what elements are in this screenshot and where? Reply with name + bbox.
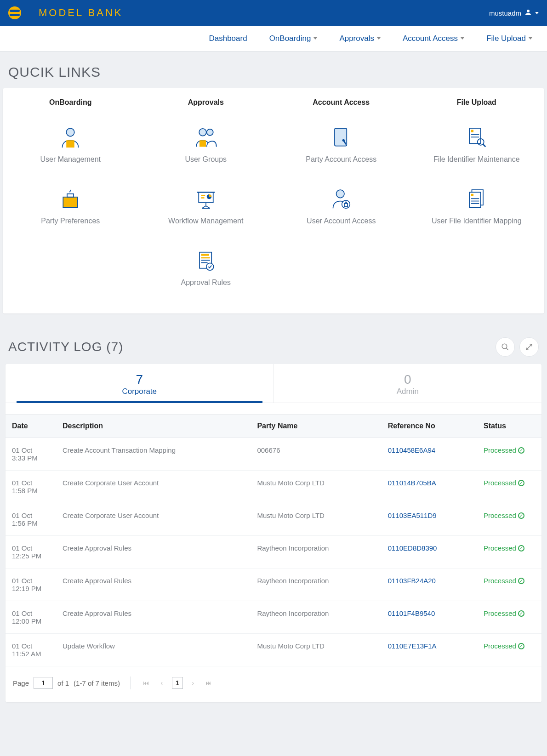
search-button[interactable]: [496, 337, 515, 357]
quick-links-title: QUCIK LINKS: [0, 51, 547, 88]
col-status: Status: [477, 415, 541, 438]
svg-point-6: [342, 139, 345, 142]
page-next-button[interactable]: ›: [188, 677, 199, 689]
ql-label: Workflow Management: [138, 217, 274, 225]
cell-reference-no[interactable]: 01103EA511D9: [382, 503, 477, 536]
svg-point-38: [206, 263, 214, 270]
check-circle-icon: [518, 578, 524, 584]
tab-admin[interactable]: 0 Admin: [274, 364, 542, 403]
page-prev-button[interactable]: ‹: [156, 677, 167, 689]
nav-file-upload[interactable]: File Upload: [486, 34, 532, 43]
svg-point-0: [67, 128, 75, 136]
cell-reference-no[interactable]: 01103FB24A20: [382, 568, 477, 601]
people-icon: [138, 124, 274, 152]
table-row: 01 Oct12:00 PMCreate Approval RulesRayth…: [6, 601, 541, 634]
top-bar: MODEL BANK mustuadm: [0, 0, 547, 26]
ql-file-identifier-maintenance[interactable]: File Identifier Maintenance: [409, 116, 545, 177]
tablet-touch-icon: [274, 124, 409, 152]
table-row: 01 Oct12:19 PMCreate Approval RulesRayth…: [6, 568, 541, 601]
nav-onboarding[interactable]: OnBoarding: [269, 34, 318, 43]
cell-description: Create Approval Rules: [56, 536, 251, 568]
ql-party-preferences[interactable]: Party Preferences: [3, 177, 138, 239]
chevron-down-icon: [535, 12, 539, 14]
nav-account-access[interactable]: Account Access: [403, 34, 464, 43]
user-menu[interactable]: mustuadm: [489, 8, 539, 18]
svg-line-12: [483, 144, 485, 147]
svg-point-2: [199, 129, 206, 136]
svg-rect-8: [471, 130, 473, 132]
nav-dashboard[interactable]: Dashboard: [209, 34, 247, 43]
cell-description: Create Approval Rules: [56, 568, 251, 601]
ql-label: Party Account Access: [274, 155, 409, 164]
nav-approvals[interactable]: Approvals: [339, 34, 381, 43]
cell-status: Processed: [477, 438, 541, 471]
documents-icon: [409, 186, 545, 213]
svg-line-40: [506, 348, 508, 350]
cell-description: Create Account Transaction Mapping: [56, 438, 251, 471]
svg-point-24: [336, 190, 345, 198]
ql-party-account-access[interactable]: Party Account Access: [274, 116, 409, 177]
ql-user-groups[interactable]: User Groups: [138, 116, 274, 177]
ql-head-account-access: Account Access: [274, 97, 409, 116]
ql-user-account-access[interactable]: User Account Access: [274, 177, 409, 239]
table-row: 01 Oct11:52 AMUpdate WorkflowMustu Moto …: [6, 634, 541, 666]
pagination: Page of 1 (1-7 of 7 items) ⏮ ‹ 1 › ⏭: [6, 666, 541, 702]
nav-label: File Upload: [486, 34, 526, 43]
search-icon: [501, 343, 509, 351]
ql-label: Party Preferences: [3, 217, 138, 225]
nav-label: OnBoarding: [269, 34, 311, 43]
cell-status: Processed: [477, 536, 541, 568]
ql-label: User File Identifier Mapping: [409, 217, 545, 225]
document-check-icon: [138, 247, 274, 275]
cell-status: Processed: [477, 568, 541, 601]
username-label: mustuadm: [489, 9, 521, 17]
ql-user-file-identifier-mapping[interactable]: User File Identifier Mapping: [409, 177, 545, 239]
tab-label: Admin: [274, 387, 542, 396]
page-of-label: of 1: [57, 679, 69, 687]
cell-party-name: 006676: [251, 438, 381, 471]
ql-head-onboarding: OnBoarding: [3, 97, 138, 116]
cell-party-name: Raytheon Incorporation: [251, 601, 381, 634]
page-input[interactable]: [34, 677, 53, 689]
page-first-button[interactable]: ⏮: [141, 677, 152, 689]
cell-reference-no[interactable]: 01101F4B9540: [382, 601, 477, 634]
cell-date: 01 Oct1:58 PM: [6, 471, 56, 503]
cell-reference-no[interactable]: 0110ED8D8390: [382, 536, 477, 568]
ql-approval-rules[interactable]: Approval Rules: [138, 239, 274, 301]
ql-workflow-management[interactable]: Workflow Management: [138, 177, 274, 239]
svg-rect-29: [471, 194, 473, 196]
cell-reference-no[interactable]: 0110E7E13F1A: [382, 634, 477, 666]
nav-label: Account Access: [403, 34, 458, 43]
person-icon: [3, 124, 138, 152]
chevron-down-icon: [313, 37, 317, 40]
col-description: Description: [56, 415, 251, 438]
cell-status: Processed: [477, 601, 541, 634]
page-last-button[interactable]: ⏭: [203, 677, 214, 689]
cell-date: 01 Oct12:19 PM: [6, 568, 56, 601]
svg-rect-4: [199, 140, 206, 147]
ql-head-approvals: Approvals: [138, 97, 274, 116]
person-lock-icon: [274, 186, 409, 213]
pagination-separator: [130, 676, 131, 689]
activity-tabs: 7 Corporate 0 Admin: [6, 364, 541, 403]
page-number-button[interactable]: 1: [172, 677, 183, 689]
cell-date: 01 Oct3:33 PM: [6, 438, 56, 471]
ql-user-management[interactable]: User Management: [3, 116, 138, 177]
table-row: 01 Oct12:25 PMCreate Approval RulesRayth…: [6, 536, 541, 568]
cell-description: Create Approval Rules: [56, 601, 251, 634]
chevron-down-icon: [461, 37, 464, 40]
cell-date: 01 Oct12:00 PM: [6, 601, 56, 634]
user-icon: [524, 8, 532, 18]
cell-reference-no[interactable]: 0110458E6A94: [382, 438, 477, 471]
nav-label: Dashboard: [209, 34, 247, 43]
cell-reference-no[interactable]: 011014B705BA: [382, 471, 477, 503]
cell-date: 01 Oct11:52 AM: [6, 634, 56, 666]
cell-status: Processed: [477, 471, 541, 503]
expand-button[interactable]: [519, 337, 539, 357]
activity-card: 7 Corporate 0 Admin Date Description Par…: [6, 364, 541, 702]
check-circle-icon: [518, 643, 524, 649]
ql-label: File Identifier Maintenance: [409, 155, 545, 164]
ql-label: Approval Rules: [138, 279, 274, 287]
cell-status: Processed: [477, 634, 541, 666]
tab-corporate[interactable]: 7 Corporate: [6, 364, 274, 403]
